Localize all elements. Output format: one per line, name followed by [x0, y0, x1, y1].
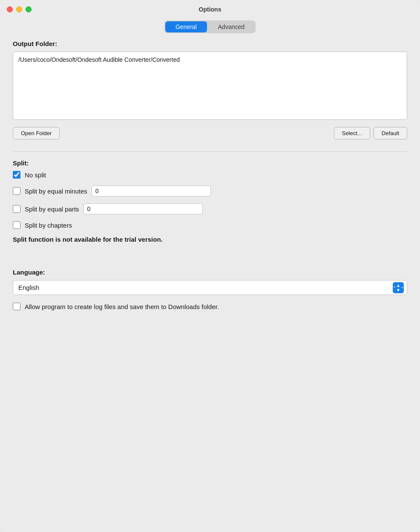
equal-parts-row: Split by equal parts [13, 203, 407, 214]
split-warning: Split function is not available for the … [13, 236, 407, 243]
tab-container: General Advanced [164, 20, 256, 33]
select-button[interactable]: Select... [334, 127, 370, 139]
no-split-label[interactable]: No split [25, 171, 46, 179]
chapters-checkbox[interactable] [13, 221, 20, 229]
chapters-label[interactable]: Split by chapters [25, 222, 72, 229]
log-files-checkbox[interactable] [13, 303, 20, 310]
equal-parts-input[interactable] [83, 203, 203, 214]
split-section: Split: No split Split by equal minutes S… [13, 159, 407, 243]
equal-minutes-label[interactable]: Split by equal minutes [25, 188, 87, 195]
content-area: Output Folder: Open Folder Select... Def… [0, 40, 420, 323]
output-folder-input[interactable] [13, 52, 407, 120]
no-split-checkbox[interactable] [13, 171, 20, 179]
window-title: Options [199, 6, 222, 13]
tab-general[interactable]: General [165, 21, 207, 32]
traffic-lights [7, 6, 32, 12]
main-window: Options General Advanced Output Folder: … [0, 0, 420, 532]
language-select-wrapper: English Chinese French German Spanish Ja… [13, 280, 407, 295]
right-buttons: Select... Default [334, 127, 407, 139]
equal-minutes-input[interactable] [92, 185, 211, 197]
open-folder-button[interactable]: Open Folder [13, 127, 60, 139]
title-bar: Options [0, 0, 420, 19]
equal-minutes-checkbox[interactable] [13, 187, 20, 195]
tab-bar: General Advanced [0, 20, 420, 33]
button-row: Open Folder Select... Default [13, 127, 407, 139]
language-select[interactable]: English Chinese French German Spanish Ja… [13, 280, 407, 295]
tab-advanced[interactable]: Advanced [208, 21, 255, 32]
no-split-row: No split [13, 171, 407, 179]
minimize-button[interactable] [16, 6, 22, 12]
close-button[interactable] [7, 6, 13, 12]
maximize-button[interactable] [26, 6, 32, 12]
equal-minutes-row: Split by equal minutes [13, 185, 407, 197]
log-row: Allow program to create log files and sa… [13, 303, 407, 310]
divider-1 [13, 151, 407, 152]
language-label: Language: [13, 269, 407, 276]
chapters-row: Split by chapters [13, 221, 407, 229]
equal-parts-checkbox[interactable] [13, 205, 20, 213]
default-button[interactable]: Default [374, 127, 407, 139]
log-files-label[interactable]: Allow program to create log files and sa… [25, 303, 219, 310]
language-section: Language: English Chinese French German … [13, 269, 407, 295]
output-folder-label: Output Folder: [13, 40, 407, 47]
split-label: Split: [13, 159, 407, 167]
equal-parts-label[interactable]: Split by equal parts [25, 205, 79, 213]
